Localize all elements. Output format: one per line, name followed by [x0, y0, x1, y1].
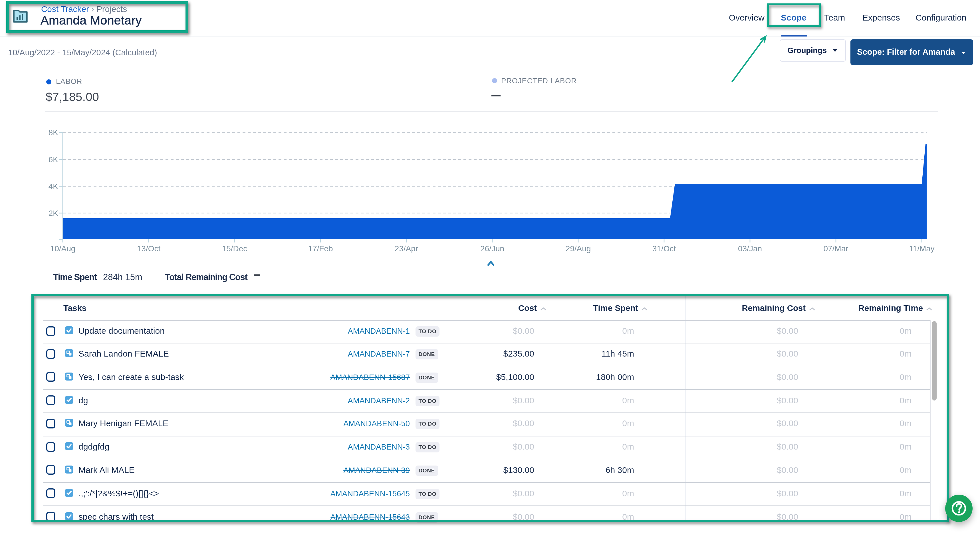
svg-text:2K: 2K [49, 209, 59, 218]
svg-text:17/Feb: 17/Feb [308, 244, 333, 253]
svg-text:03/Jan: 03/Jan [738, 244, 762, 253]
svg-text:13/Oct: 13/Oct [137, 244, 161, 253]
svg-text:4K: 4K [49, 182, 59, 191]
svg-text:26/Jun: 26/Jun [480, 244, 504, 253]
svg-text:07/Mar: 07/Mar [823, 244, 848, 253]
svg-text:15/Dec: 15/Dec [222, 244, 247, 253]
svg-text:10/Aug: 10/Aug [50, 244, 76, 253]
svg-text:8K: 8K [49, 128, 59, 137]
svg-text:31/Oct: 31/Oct [652, 244, 676, 253]
svg-text:6K: 6K [49, 155, 59, 164]
svg-text:11/May: 11/May [909, 244, 935, 253]
svg-text:29/Aug: 29/Aug [566, 244, 591, 253]
svg-text:23/Apr: 23/Apr [395, 244, 418, 253]
